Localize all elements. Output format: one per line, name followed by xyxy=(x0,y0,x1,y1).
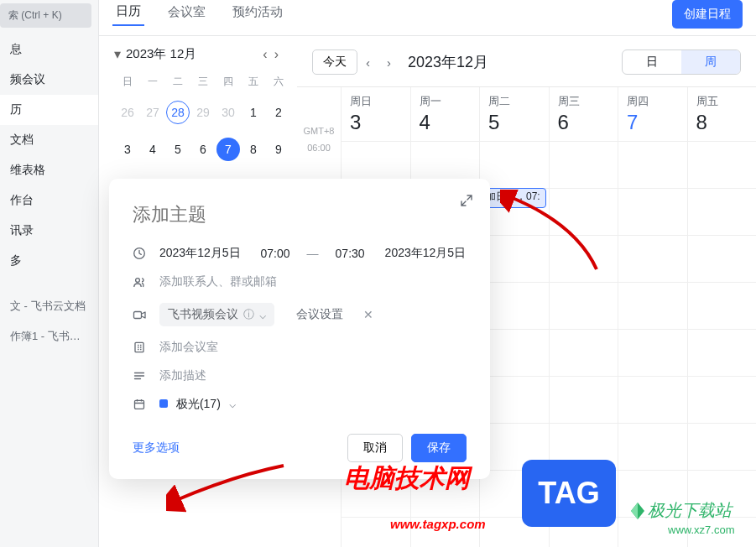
mini-cal-month-label: 2023年 12月 xyxy=(126,46,259,62)
gmt-label: GMT+8 xyxy=(297,87,341,141)
sidebar-item[interactable]: 频会议 xyxy=(0,65,98,95)
day-header[interactable]: 周三6 xyxy=(549,87,618,141)
day-column[interactable] xyxy=(687,141,757,547)
week-next[interactable]: › xyxy=(378,55,399,70)
today-button[interactable]: 今天 xyxy=(312,49,357,75)
tab-meeting-room[interactable]: 会议室 xyxy=(164,4,209,25)
chevron-down-icon: ⌵ xyxy=(259,308,266,321)
video-row: 飞书视频会议 ⓘ ⌵ 会议设置 ✕ xyxy=(109,296,490,333)
view-toggle: 日 周 xyxy=(622,49,741,75)
create-event-popup: 2023年12月5日 07:00 — 07:30 2023年12月5日 添加联系… xyxy=(109,179,490,479)
mini-cal-weekday: 六 xyxy=(267,70,290,93)
tab-calendar[interactable]: 日历 xyxy=(112,3,144,26)
day-header[interactable]: 周日3 xyxy=(341,87,410,141)
sidebar-doc-item[interactable]: 作簿1 - 飞书云... xyxy=(0,321,98,352)
start-date[interactable]: 2023年12月5日 xyxy=(159,246,241,261)
svg-rect-4 xyxy=(135,400,144,409)
mini-cal-collapse-icon[interactable]: ▾ xyxy=(114,46,121,62)
sidebar-item[interactable]: 维表格 xyxy=(0,155,98,185)
mini-cal-weekday: 四 xyxy=(216,70,240,93)
calendar-icon xyxy=(133,398,148,411)
people-icon xyxy=(133,275,148,289)
start-time[interactable]: 07:00 xyxy=(261,247,290,260)
event-time-row: 2023年12月5日 07:00 — 07:30 2023年12月5日 xyxy=(109,239,490,268)
description-placeholder[interactable]: 添加描述 xyxy=(159,368,206,383)
view-week-toggle[interactable]: 周 xyxy=(681,50,740,74)
calendar-select-row: 极光(17) ⌵ xyxy=(109,390,490,419)
mini-cal-day[interactable]: 5 xyxy=(166,132,190,167)
svg-rect-3 xyxy=(135,342,143,352)
mini-cal-prev[interactable]: ‹ xyxy=(259,47,270,62)
day-header[interactable]: 周一4 xyxy=(410,87,480,141)
attendees-placeholder[interactable]: 添加联系人、群或邮箱 xyxy=(159,274,277,289)
mini-cal-day[interactable]: 30 xyxy=(216,95,240,130)
week-title: 2023年12月 xyxy=(408,52,488,72)
expand-icon[interactable] xyxy=(460,194,473,207)
calendar-event[interactable]: 加日程，07: xyxy=(481,188,546,208)
sidebar-item[interactable]: 讯录 xyxy=(0,216,98,246)
sidebar-doc-item[interactable]: 文 - 飞书云文档 xyxy=(0,291,98,321)
mini-cal-day[interactable]: 9 xyxy=(267,132,290,167)
mini-cal-day[interactable]: 4 xyxy=(141,132,164,167)
video-icon xyxy=(133,308,148,322)
create-event-button[interactable]: 创建日程 xyxy=(672,0,743,29)
svg-rect-2 xyxy=(134,311,142,318)
day-column[interactable] xyxy=(549,141,618,547)
search-input[interactable]: 索 (Ctrl + K) xyxy=(0,3,91,28)
mini-cal-day[interactable]: 28 xyxy=(166,95,190,130)
mini-cal-next[interactable]: › xyxy=(271,47,282,62)
sidebar-item[interactable]: 多 xyxy=(0,246,98,276)
sidebar-item[interactable]: 息 xyxy=(0,34,98,65)
day-header[interactable]: 周二5 xyxy=(479,87,549,141)
mini-cal-day[interactable]: 8 xyxy=(242,132,265,167)
search-hint-text: 索 (Ctrl + K) xyxy=(8,8,62,23)
mini-cal-day[interactable]: 7 xyxy=(216,132,240,167)
svg-point-1 xyxy=(136,278,140,282)
mini-cal-day[interactable]: 1 xyxy=(242,95,265,130)
mini-cal-day[interactable]: 3 xyxy=(116,132,139,167)
tab-booking[interactable]: 预约活动 xyxy=(229,4,286,25)
day-header[interactable]: 周五8 xyxy=(687,87,757,141)
video-conference-chip[interactable]: 飞书视频会议 ⓘ ⌵ xyxy=(159,303,274,326)
day-column[interactable] xyxy=(618,141,687,547)
save-button[interactable]: 保存 xyxy=(411,434,467,462)
end-time[interactable]: 07:30 xyxy=(336,247,365,260)
info-icon: ⓘ xyxy=(243,307,254,322)
end-date[interactable]: 2023年12月5日 xyxy=(385,246,467,261)
more-options-link[interactable]: 更多选项 xyxy=(133,440,180,456)
event-title-input[interactable] xyxy=(109,199,490,239)
sidebar-item[interactable]: 历 xyxy=(0,95,98,125)
mini-cal-day[interactable]: 27 xyxy=(141,95,164,130)
topbar: 日历 会议室 预约活动 创建日程 xyxy=(99,0,756,36)
calendar-color-badge xyxy=(159,399,168,408)
mini-cal-weekday: 日 xyxy=(116,70,139,93)
mini-cal-weekday: 一 xyxy=(141,70,164,93)
calendar-name: 极光(17) xyxy=(176,397,221,410)
day-header[interactable]: 周四7 xyxy=(618,87,687,141)
room-placeholder[interactable]: 添加会议室 xyxy=(159,340,218,355)
week-prev[interactable]: ‹ xyxy=(357,55,378,70)
sidebar-item[interactable]: 作台 xyxy=(0,185,98,216)
building-icon xyxy=(133,341,148,354)
clock-icon xyxy=(133,247,148,260)
remove-video-icon[interactable]: ✕ xyxy=(363,308,373,321)
mini-cal-weekday: 三 xyxy=(191,70,215,93)
video-label: 飞书视频会议 xyxy=(168,307,238,322)
chevron-down-icon: ⌵ xyxy=(229,397,236,410)
mini-cal-weekday: 二 xyxy=(166,70,190,93)
mini-cal-weekday: 五 xyxy=(242,70,265,93)
conference-settings-link[interactable]: 会议设置 xyxy=(296,307,343,322)
sidebar: 索 (Ctrl + K) 息频会议历文档维表格作台讯录多 文 - 飞书云文档作簿… xyxy=(0,0,99,547)
view-day-toggle[interactable]: 日 xyxy=(623,50,681,74)
attendees-row: 添加联系人、群或邮箱 xyxy=(109,268,490,296)
mini-cal-day[interactable]: 26 xyxy=(116,95,139,130)
mini-cal-day[interactable]: 6 xyxy=(191,132,215,167)
description-icon xyxy=(133,369,148,383)
description-row: 添加描述 xyxy=(109,362,490,390)
mini-cal-day[interactable]: 29 xyxy=(191,95,215,130)
mini-cal-day[interactable]: 2 xyxy=(267,95,290,130)
cancel-button[interactable]: 取消 xyxy=(347,434,403,462)
sidebar-item[interactable]: 文档 xyxy=(0,125,98,155)
room-row: 添加会议室 xyxy=(109,333,490,362)
calendar-select[interactable]: 极光(17) ⌵ xyxy=(159,397,236,412)
